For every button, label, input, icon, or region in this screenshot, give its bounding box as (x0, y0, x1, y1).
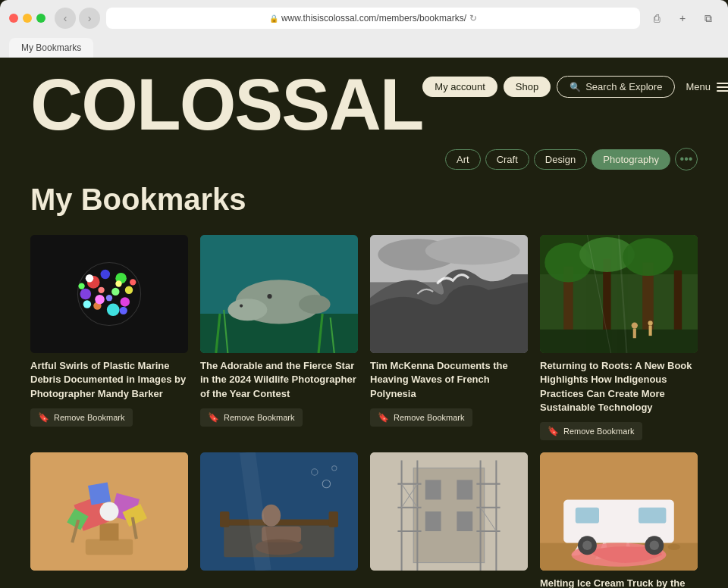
bookmark-icon: 🔖 (378, 412, 389, 423)
svg-point-45 (632, 323, 638, 329)
remove-bookmark-1-button[interactable]: 🔖 Remove Bookmark (30, 408, 133, 427)
card-8-title: Melting Ice Cream Truck by the Glue (540, 577, 698, 588)
svg-rect-97 (576, 508, 599, 524)
card-7-image[interactable] (370, 452, 528, 571)
svg-point-14 (115, 281, 121, 287)
hamburger-icon (717, 83, 728, 92)
svg-point-43 (623, 238, 673, 276)
search-icon: 🔍 (570, 82, 581, 92)
tab-photography[interactable]: Photography (592, 149, 670, 170)
svg-rect-56 (88, 482, 111, 505)
browser-chrome: ‹ › 🔒 www.thisiscolossal.com/members/boo… (0, 0, 728, 58)
my-account-button[interactable]: My account (422, 77, 497, 97)
svg-rect-77 (457, 480, 472, 499)
svg-point-19 (120, 307, 127, 314)
page-title: My Bookmarks (30, 183, 698, 217)
tab-art[interactable]: Art (445, 149, 481, 170)
svg-rect-46 (633, 329, 636, 338)
lock-icon: 🔒 (269, 14, 278, 23)
bookmark-card-1: Artful Swirls of Plastic Marine Debris D… (30, 235, 188, 440)
svg-point-13 (106, 295, 112, 301)
svg-point-57 (100, 502, 119, 521)
svg-point-11 (98, 287, 104, 293)
tab-craft[interactable]: Craft (485, 149, 529, 170)
active-tab[interactable]: My Bookmarks (9, 38, 93, 58)
svg-rect-44 (540, 330, 698, 353)
svg-point-47 (648, 321, 652, 326)
tab-label: My Bookmarks (21, 42, 81, 53)
bookmark-card-5 (30, 452, 188, 588)
svg-point-10 (86, 274, 93, 282)
svg-rect-67 (329, 511, 338, 527)
bookmark-icon: 🔖 (38, 412, 49, 423)
svg-rect-76 (425, 480, 441, 499)
traffic-lights (9, 14, 46, 23)
windows-icon[interactable]: ⧉ (698, 8, 719, 29)
logo-area: COLOSSAL (30, 70, 422, 139)
url-bar[interactable]: 🔒 www.thisiscolossal.com/members/bookmar… (106, 8, 640, 29)
card-1-image[interactable] (30, 235, 188, 353)
svg-point-100 (582, 540, 592, 549)
remove-bookmark-2-button[interactable]: 🔖 Remove Bookmark (200, 408, 303, 427)
svg-point-12 (111, 288, 119, 296)
svg-rect-78 (425, 511, 441, 531)
svg-point-34 (425, 236, 520, 264)
card-8-image[interactable] (540, 452, 698, 571)
close-button[interactable] (9, 14, 18, 23)
search-explore-button[interactable]: 🔍 Search & Explore (557, 76, 675, 98)
svg-point-28 (228, 299, 267, 321)
svg-point-15 (95, 295, 104, 304)
site-wrapper: COLOSSAL My account Shop 🔍 Search & Expl… (0, 58, 728, 588)
svg-point-16 (83, 301, 91, 308)
card-2-title: The Adorable and the Fierce Star in the … (200, 359, 358, 401)
reload-icon: ↻ (469, 13, 477, 23)
browser-nav: ‹ › (55, 8, 100, 29)
svg-point-102 (650, 540, 659, 549)
svg-point-29 (267, 294, 271, 299)
tab-design[interactable]: Design (534, 149, 587, 170)
card-5-image[interactable] (30, 452, 188, 571)
svg-point-7 (107, 304, 120, 317)
card-3-image[interactable] (370, 235, 528, 353)
svg-point-17 (130, 279, 136, 285)
svg-point-30 (240, 305, 243, 308)
site-logo[interactable]: COLOSSAL (30, 70, 422, 139)
svg-rect-66 (220, 511, 229, 527)
bookmark-card-7 (370, 452, 528, 588)
card-4-image[interactable] (540, 235, 698, 353)
svg-rect-79 (457, 511, 472, 531)
site-header: COLOSSAL My account Shop 🔍 Search & Expl… (0, 58, 728, 183)
maximize-button[interactable] (36, 14, 46, 23)
share-icon[interactable]: ⎙ (646, 8, 667, 29)
url-text: www.thisiscolossal.com/members/bookmarks… (281, 13, 466, 23)
card-2-image[interactable] (200, 235, 358, 353)
svg-point-27 (299, 295, 331, 314)
card-3-title: Tim McKenna Documents the Heaving Waves … (370, 359, 528, 401)
back-button[interactable]: ‹ (55, 8, 76, 29)
more-categories-button[interactable]: ••• (675, 148, 698, 170)
bookmarks-grid: Artful Swirls of Plastic Marine Debris D… (0, 235, 728, 588)
card-4-title: Returning to Roots: A New Book Highlight… (540, 359, 698, 414)
svg-rect-52 (86, 539, 133, 555)
category-tabs: Art Craft Design Photography ••• (30, 139, 698, 183)
minimize-button[interactable] (23, 14, 32, 23)
svg-point-9 (80, 289, 92, 300)
forward-button[interactable]: › (79, 8, 100, 29)
svg-rect-0 (30, 235, 188, 353)
svg-point-6 (121, 297, 130, 306)
svg-point-103 (667, 544, 680, 550)
svg-rect-48 (649, 326, 652, 336)
bookmark-icon: 🔖 (548, 426, 559, 436)
svg-point-18 (78, 283, 84, 289)
bookmark-card-2: The Adorable and the Fierce Star in the … (200, 235, 358, 440)
shop-button[interactable]: Shop (504, 77, 551, 97)
add-tab-icon[interactable]: + (672, 8, 693, 29)
bookmark-card-3: Tim McKenna Documents the Heaving Waves … (370, 235, 528, 440)
svg-rect-75 (413, 468, 485, 563)
remove-bookmark-3-button[interactable]: 🔖 Remove Bookmark (370, 408, 472, 427)
toolbar-actions: ⎙ + ⧉ (646, 8, 719, 29)
card-6-image[interactable] (200, 452, 358, 571)
remove-bookmark-4-button[interactable]: 🔖 Remove Bookmark (540, 422, 642, 440)
svg-rect-98 (639, 508, 666, 524)
menu-button[interactable]: Menu (681, 77, 728, 97)
